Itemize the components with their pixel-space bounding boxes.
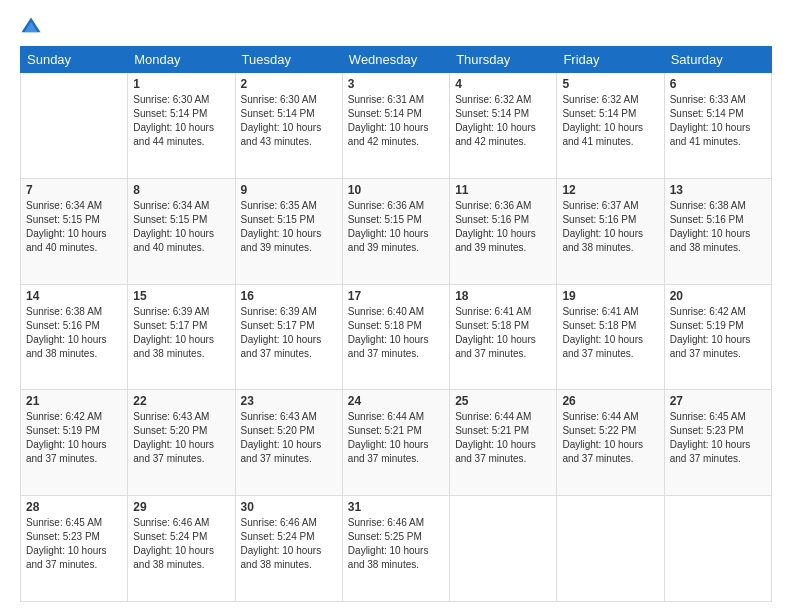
day-info: Sunrise: 6:30 AMSunset: 5:14 PMDaylight:… [133, 93, 229, 149]
day-number: 18 [455, 289, 551, 303]
day-info: Sunrise: 6:39 AMSunset: 5:17 PMDaylight:… [133, 305, 229, 361]
day-info: Sunrise: 6:31 AMSunset: 5:14 PMDaylight:… [348, 93, 444, 149]
day-info: Sunrise: 6:44 AMSunset: 5:21 PMDaylight:… [348, 410, 444, 466]
day-number: 19 [562, 289, 658, 303]
calendar-cell: 23 Sunrise: 6:43 AMSunset: 5:20 PMDaylig… [235, 390, 342, 496]
day-info: Sunrise: 6:30 AMSunset: 5:14 PMDaylight:… [241, 93, 337, 149]
col-header-thursday: Thursday [450, 47, 557, 73]
calendar-cell: 27 Sunrise: 6:45 AMSunset: 5:23 PMDaylig… [664, 390, 771, 496]
day-info: Sunrise: 6:32 AMSunset: 5:14 PMDaylight:… [455, 93, 551, 149]
day-number: 14 [26, 289, 122, 303]
day-number: 8 [133, 183, 229, 197]
day-info: Sunrise: 6:40 AMSunset: 5:18 PMDaylight:… [348, 305, 444, 361]
day-info: Sunrise: 6:42 AMSunset: 5:19 PMDaylight:… [26, 410, 122, 466]
day-info: Sunrise: 6:43 AMSunset: 5:20 PMDaylight:… [241, 410, 337, 466]
day-info: Sunrise: 6:42 AMSunset: 5:19 PMDaylight:… [670, 305, 766, 361]
calendar-table: SundayMondayTuesdayWednesdayThursdayFrid… [20, 46, 772, 602]
day-info: Sunrise: 6:35 AMSunset: 5:15 PMDaylight:… [241, 199, 337, 255]
col-header-sunday: Sunday [21, 47, 128, 73]
calendar-cell: 15 Sunrise: 6:39 AMSunset: 5:17 PMDaylig… [128, 284, 235, 390]
day-info: Sunrise: 6:33 AMSunset: 5:14 PMDaylight:… [670, 93, 766, 149]
day-number: 4 [455, 77, 551, 91]
calendar-cell: 9 Sunrise: 6:35 AMSunset: 5:15 PMDayligh… [235, 178, 342, 284]
day-number: 20 [670, 289, 766, 303]
day-info: Sunrise: 6:45 AMSunset: 5:23 PMDaylight:… [26, 516, 122, 572]
calendar-cell: 1 Sunrise: 6:30 AMSunset: 5:14 PMDayligh… [128, 73, 235, 179]
day-number: 27 [670, 394, 766, 408]
day-info: Sunrise: 6:38 AMSunset: 5:16 PMDaylight:… [26, 305, 122, 361]
day-info: Sunrise: 6:34 AMSunset: 5:15 PMDaylight:… [133, 199, 229, 255]
calendar-cell: 11 Sunrise: 6:36 AMSunset: 5:16 PMDaylig… [450, 178, 557, 284]
day-number: 28 [26, 500, 122, 514]
calendar-cell: 25 Sunrise: 6:44 AMSunset: 5:21 PMDaylig… [450, 390, 557, 496]
day-info: Sunrise: 6:32 AMSunset: 5:14 PMDaylight:… [562, 93, 658, 149]
calendar-cell: 12 Sunrise: 6:37 AMSunset: 5:16 PMDaylig… [557, 178, 664, 284]
day-number: 6 [670, 77, 766, 91]
day-number: 16 [241, 289, 337, 303]
calendar-cell: 4 Sunrise: 6:32 AMSunset: 5:14 PMDayligh… [450, 73, 557, 179]
calendar-cell: 8 Sunrise: 6:34 AMSunset: 5:15 PMDayligh… [128, 178, 235, 284]
calendar-cell [450, 496, 557, 602]
day-number: 12 [562, 183, 658, 197]
calendar-cell: 19 Sunrise: 6:41 AMSunset: 5:18 PMDaylig… [557, 284, 664, 390]
logo-icon [20, 16, 42, 38]
calendar-cell: 7 Sunrise: 6:34 AMSunset: 5:15 PMDayligh… [21, 178, 128, 284]
day-info: Sunrise: 6:34 AMSunset: 5:15 PMDaylight:… [26, 199, 122, 255]
col-header-friday: Friday [557, 47, 664, 73]
day-number: 24 [348, 394, 444, 408]
day-number: 15 [133, 289, 229, 303]
calendar-cell: 14 Sunrise: 6:38 AMSunset: 5:16 PMDaylig… [21, 284, 128, 390]
day-info: Sunrise: 6:36 AMSunset: 5:16 PMDaylight:… [455, 199, 551, 255]
day-number: 29 [133, 500, 229, 514]
calendar-cell [21, 73, 128, 179]
day-number: 2 [241, 77, 337, 91]
day-info: Sunrise: 6:38 AMSunset: 5:16 PMDaylight:… [670, 199, 766, 255]
calendar-cell: 3 Sunrise: 6:31 AMSunset: 5:14 PMDayligh… [342, 73, 449, 179]
calendar-cell: 5 Sunrise: 6:32 AMSunset: 5:14 PMDayligh… [557, 73, 664, 179]
day-info: Sunrise: 6:36 AMSunset: 5:15 PMDaylight:… [348, 199, 444, 255]
calendar-cell: 26 Sunrise: 6:44 AMSunset: 5:22 PMDaylig… [557, 390, 664, 496]
day-number: 25 [455, 394, 551, 408]
day-number: 30 [241, 500, 337, 514]
day-info: Sunrise: 6:44 AMSunset: 5:21 PMDaylight:… [455, 410, 551, 466]
day-number: 11 [455, 183, 551, 197]
day-number: 7 [26, 183, 122, 197]
calendar-cell: 21 Sunrise: 6:42 AMSunset: 5:19 PMDaylig… [21, 390, 128, 496]
day-info: Sunrise: 6:37 AMSunset: 5:16 PMDaylight:… [562, 199, 658, 255]
header [20, 16, 772, 38]
calendar-cell: 16 Sunrise: 6:39 AMSunset: 5:17 PMDaylig… [235, 284, 342, 390]
calendar-cell: 13 Sunrise: 6:38 AMSunset: 5:16 PMDaylig… [664, 178, 771, 284]
day-number: 23 [241, 394, 337, 408]
calendar-cell [664, 496, 771, 602]
day-info: Sunrise: 6:45 AMSunset: 5:23 PMDaylight:… [670, 410, 766, 466]
day-info: Sunrise: 6:41 AMSunset: 5:18 PMDaylight:… [562, 305, 658, 361]
calendar-cell: 18 Sunrise: 6:41 AMSunset: 5:18 PMDaylig… [450, 284, 557, 390]
calendar-cell: 6 Sunrise: 6:33 AMSunset: 5:14 PMDayligh… [664, 73, 771, 179]
calendar-cell: 22 Sunrise: 6:43 AMSunset: 5:20 PMDaylig… [128, 390, 235, 496]
day-info: Sunrise: 6:41 AMSunset: 5:18 PMDaylight:… [455, 305, 551, 361]
col-header-monday: Monday [128, 47, 235, 73]
col-header-saturday: Saturday [664, 47, 771, 73]
day-number: 10 [348, 183, 444, 197]
day-number: 13 [670, 183, 766, 197]
day-info: Sunrise: 6:43 AMSunset: 5:20 PMDaylight:… [133, 410, 229, 466]
logo [20, 16, 46, 38]
calendar-cell: 29 Sunrise: 6:46 AMSunset: 5:24 PMDaylig… [128, 496, 235, 602]
day-number: 22 [133, 394, 229, 408]
calendar-cell: 10 Sunrise: 6:36 AMSunset: 5:15 PMDaylig… [342, 178, 449, 284]
calendar-cell: 28 Sunrise: 6:45 AMSunset: 5:23 PMDaylig… [21, 496, 128, 602]
calendar-cell: 2 Sunrise: 6:30 AMSunset: 5:14 PMDayligh… [235, 73, 342, 179]
day-number: 21 [26, 394, 122, 408]
day-number: 9 [241, 183, 337, 197]
day-number: 26 [562, 394, 658, 408]
day-info: Sunrise: 6:39 AMSunset: 5:17 PMDaylight:… [241, 305, 337, 361]
calendar-cell: 30 Sunrise: 6:46 AMSunset: 5:24 PMDaylig… [235, 496, 342, 602]
calendar-cell: 17 Sunrise: 6:40 AMSunset: 5:18 PMDaylig… [342, 284, 449, 390]
day-number: 5 [562, 77, 658, 91]
calendar-cell: 24 Sunrise: 6:44 AMSunset: 5:21 PMDaylig… [342, 390, 449, 496]
col-header-wednesday: Wednesday [342, 47, 449, 73]
day-number: 31 [348, 500, 444, 514]
day-info: Sunrise: 6:46 AMSunset: 5:25 PMDaylight:… [348, 516, 444, 572]
calendar-cell [557, 496, 664, 602]
day-info: Sunrise: 6:44 AMSunset: 5:22 PMDaylight:… [562, 410, 658, 466]
